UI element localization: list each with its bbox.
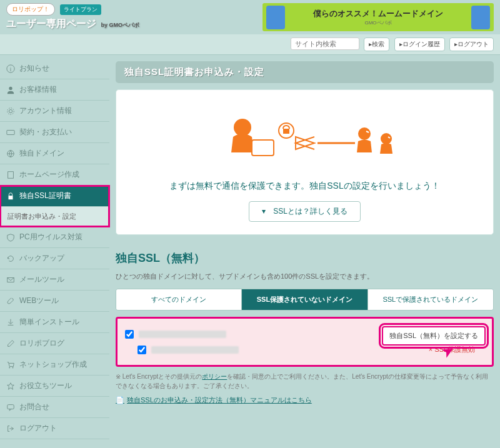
section-title: 独自SSL（無料）: [116, 251, 494, 266]
svg-point-19: [381, 133, 392, 144]
svg-rect-7: [8, 171, 14, 178]
footer-link-manual[interactable]: マニュアル: [6, 446, 103, 448]
svg-point-18: [358, 127, 371, 140]
cart-icon: [6, 361, 15, 369]
chat-icon: [6, 403, 15, 412]
sidebar-subitem-ssl-apply[interactable]: 証明書お申込み・設定: [0, 207, 109, 227]
policy-link[interactable]: ポリシー: [202, 373, 227, 380]
star-icon: [6, 382, 15, 391]
section-desc: ひとつの独自ドメインに対して、サブドメインも含め100件のSSLを設定できます。: [116, 272, 494, 281]
domain-tabs: すべてのドメイン SSL保護されていないドメイン SSLで保護されているドメイン: [116, 289, 494, 311]
domain-name-blurred: [139, 331, 226, 338]
tab-unprotected[interactable]: SSL保護されていないドメイン: [242, 289, 368, 310]
search-button[interactable]: ▸検索: [364, 37, 389, 51]
sidebar-item-account[interactable]: アカウント情報: [0, 101, 109, 122]
sidebar-item-contract[interactable]: 契約・お支払い: [0, 122, 109, 143]
svg-rect-16: [283, 129, 289, 134]
page-title: 独自SSL証明書お申込み・設定: [116, 61, 494, 83]
svg-rect-5: [7, 130, 14, 134]
domain-name-blurred: [151, 346, 239, 354]
svg-text:i: i: [10, 66, 11, 72]
user-icon: [6, 86, 15, 94]
sidebar: iお知らせ お客様情報 アカウント情報 契約・お支払い 独自ドメイン ホームペー…: [0, 55, 109, 448]
sidebar-item-logout[interactable]: ログアウト: [0, 418, 109, 439]
svg-point-13: [234, 119, 251, 136]
header: ロリポップ！ ライトプラン ユーザー専用ページ by GMOペパボ 僕らのオスス…: [0, 0, 500, 34]
wrench-icon: [6, 297, 15, 306]
info-icon: i: [6, 64, 15, 73]
sidebar-item-contact[interactable]: お問合せ: [0, 397, 109, 418]
domain-checkbox[interactable]: [125, 330, 134, 339]
set-ssl-button[interactable]: 独自SSL（無料）を設定する: [382, 326, 486, 346]
pencil-icon: [6, 339, 15, 348]
globe-icon: [6, 149, 15, 158]
main-content: 独自SSL証明書お申込み・設定: [109, 55, 500, 448]
domain-checkbox[interactable]: [138, 346, 146, 354]
banner-mascot-right: [471, 6, 490, 29]
ssl-info-button[interactable]: ▾ SSLとは？詳しく見る: [249, 201, 361, 222]
sidebar-item-antivirus[interactable]: PC用ウイルス対策: [0, 227, 109, 248]
sidebar-item-homepage[interactable]: ホームページ作成: [0, 164, 109, 186]
sidebar-item-install[interactable]: 簡単インストール: [0, 312, 109, 333]
download-icon: [6, 318, 15, 327]
logo-sub: by GMOペパボ: [101, 22, 139, 28]
sidebar-item-webtool[interactable]: WEBツール: [0, 291, 109, 312]
tab-all-domains[interactable]: すべてのドメイン: [116, 289, 242, 310]
mail-icon: [6, 276, 15, 284]
sidebar-item-shop[interactable]: ネットショップ作成: [0, 354, 109, 376]
topbar: ▸検索 ▸ログイン履歴 ▸ログアウト: [0, 34, 500, 55]
sidebar-item-blog[interactable]: ロリポブログ: [0, 333, 109, 354]
manual-link[interactable]: 独自SSLのお申込み・設定方法（無料）マニュアルはこちら: [116, 396, 494, 405]
svg-point-11: [12, 367, 14, 368]
svg-rect-8: [9, 196, 13, 199]
hero-message: まずは無料で通信を保護できます。独自SSLの設定を行いましょう！: [129, 181, 481, 192]
svg-point-3: [9, 109, 12, 112]
login-history-button[interactable]: ▸ログイン履歴: [394, 37, 445, 51]
svg-rect-14: [252, 140, 274, 156]
shield-icon: [6, 233, 15, 242]
banner-text: 僕らのオススメ！ムームードメイン: [287, 8, 469, 19]
refresh-icon: [6, 254, 15, 263]
plan-badge: ライトプラン: [60, 4, 101, 15]
page-icon: [6, 171, 15, 179]
highlighted-group: 独自SSL証明書 証明書お申込み・設定: [0, 186, 109, 227]
banner-sub: GMOペパボ: [287, 19, 469, 26]
sidebar-item-customer[interactable]: お客様情報: [0, 79, 109, 101]
hero-illustration: [205, 109, 405, 171]
banner-mascot-left: [266, 6, 285, 29]
lock-icon: [6, 192, 15, 201]
svg-rect-12: [8, 404, 14, 409]
svg-point-4: [8, 107, 14, 114]
svg-point-10: [9, 367, 10, 368]
sidebar-item-useful[interactable]: お役立ちツール: [0, 376, 109, 397]
logo-badge: ロリポップ！: [6, 3, 55, 16]
sidebar-item-domain[interactable]: 独自ドメイン: [0, 143, 109, 164]
logo-text: ユーザー専用ページ by GMOペパボ: [6, 17, 139, 31]
sidebar-item-news[interactable]: iお知らせ: [0, 58, 109, 79]
sidebar-footer: マニュアル よくある質問 ロリポップ！へ戻る: [0, 439, 109, 448]
footnote: ※ Let's Encryptとその提供元のポリシーを確認・同意の上でご利用くだ…: [116, 372, 494, 391]
sidebar-item-ssl[interactable]: 独自SSL証明書: [0, 186, 109, 207]
ad-banner[interactable]: 僕らのオススメ！ムームードメイン GMOペパボ: [262, 3, 494, 31]
sidebar-item-backup[interactable]: バックアップ: [0, 248, 109, 269]
gear-icon: [6, 107, 15, 116]
hero-panel: まずは無料で通信を保護できます。独自SSLの設定を行いましょう！ ▾ SSLとは…: [116, 89, 494, 235]
exit-icon: [6, 424, 15, 433]
svg-point-2: [9, 86, 12, 89]
logout-button[interactable]: ▸ログアウト: [449, 37, 494, 51]
card-icon: [6, 128, 15, 137]
tab-protected[interactable]: SSLで保護されているドメイン: [368, 289, 493, 310]
logo-area: ロリポップ！ ライトプラン ユーザー専用ページ by GMOペパボ: [6, 3, 139, 31]
sidebar-item-mail[interactable]: メールツール: [0, 269, 109, 291]
search-input[interactable]: [291, 37, 359, 50]
domain-list-box: 独自SSL（無料）を設定する × SSL保護無効 × SSL保護無効 ➤: [116, 317, 494, 367]
